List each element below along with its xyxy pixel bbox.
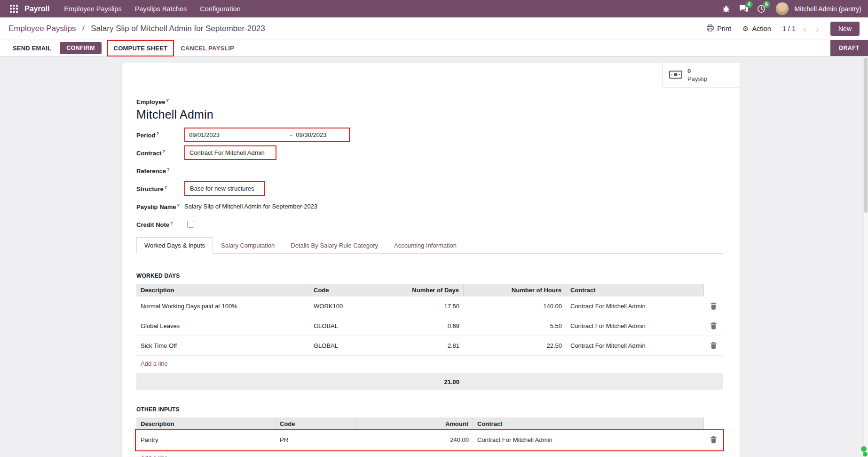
help-icon: ?: [167, 167, 170, 172]
tab-accounting-information[interactable]: Accounting Information: [386, 237, 465, 253]
column-header[interactable]: Amount: [355, 417, 473, 430]
employee-name-field[interactable]: Mitchell Admin: [136, 108, 723, 121]
gear-icon: ⚙: [742, 25, 749, 32]
activities-badge: 8: [763, 1, 770, 8]
help-icon: ?: [156, 131, 159, 136]
period-field: 09/01/2023 - 09/30/2023: [184, 128, 350, 142]
column-header[interactable]: Number of Days: [359, 284, 464, 297]
action-button[interactable]: ⚙ Action: [742, 25, 771, 32]
new-button[interactable]: New: [830, 22, 860, 36]
help-icon: ?: [165, 185, 167, 190]
worked-days-row[interactable]: Sick Time Off GLOBAL 2.81 22.50 Contract…: [136, 336, 723, 356]
column-header-empty: [704, 284, 723, 297]
delete-row-button[interactable]: [708, 321, 719, 331]
apps-grid-icon[interactable]: [7, 2, 21, 16]
payslip-name-label: Payslip Name?: [136, 203, 184, 210]
worked-days-title: WORKED DAYS: [136, 273, 723, 279]
delete-row-button[interactable]: [708, 434, 719, 445]
period-to-input[interactable]: 09/30/2023: [296, 131, 326, 138]
contract-field[interactable]: Contract For Mitchell Admin: [184, 145, 276, 160]
breadcrumb-parent[interactable]: Employee Payslips: [8, 24, 76, 33]
printer-icon: [707, 24, 714, 33]
menu-payslips-batches[interactable]: Payslips Batches: [129, 1, 193, 17]
other-inputs-add-line[interactable]: Add a line: [141, 454, 168, 457]
delete-row-button[interactable]: [708, 301, 719, 312]
breadcrumb-separator: /: [82, 24, 85, 33]
worked-days-add-line[interactable]: Add a line: [141, 360, 168, 367]
payslip-count-label: Payslip: [687, 75, 707, 83]
credit-note-checkbox[interactable]: [187, 221, 194, 228]
payslip-count: 0: [687, 67, 707, 75]
menu-employee-payslips[interactable]: Employee Payslips: [58, 1, 128, 17]
column-header[interactable]: Contract: [566, 284, 704, 297]
print-button[interactable]: Print: [707, 24, 731, 33]
pager-previous-icon[interactable]: ‹: [803, 24, 806, 33]
contract-label: Contract?: [136, 149, 184, 157]
money-icon: [669, 71, 682, 80]
control-panel: Employee Payslips / Salary Slip of Mitch…: [0, 17, 868, 40]
print-label: Print: [717, 25, 731, 32]
payslip-name-field[interactable]: Salary Slip of Mitchell Admin for Septem…: [184, 203, 317, 210]
payslip-stat-button[interactable]: 0 Payslip: [662, 63, 740, 88]
worked-days-header-row: Description Code Number of Days Number o…: [136, 284, 723, 297]
app-name[interactable]: Payroll: [24, 5, 49, 13]
worked-days-total-row: 21.00: [136, 373, 723, 390]
period-separator: -: [290, 131, 292, 138]
breadcrumb: Employee Payslips / Salary Slip of Mitch…: [8, 24, 265, 33]
column-header[interactable]: Contract: [473, 417, 704, 430]
status-badge-draft[interactable]: DRAFT: [830, 40, 868, 56]
user-menu[interactable]: Mitchell Admin (pantry): [795, 5, 861, 13]
column-header-empty: [704, 417, 723, 430]
user-avatar[interactable]: [776, 2, 789, 15]
action-label: Action: [752, 25, 771, 32]
structure-label: Structure?: [136, 185, 184, 192]
top-navbar: Payroll Employee Payslips Payslips Batch…: [0, 0, 868, 17]
compute-sheet-button[interactable]: COMPUTE SHEET: [113, 44, 169, 53]
payslip-form-sheet: 0 Payslip Employee? Mitchell Admin Perio…: [121, 63, 740, 457]
tab-salary-computation[interactable]: Salary Computation: [213, 237, 283, 253]
column-header[interactable]: Description: [136, 417, 276, 430]
reference-label: Reference?: [136, 167, 184, 175]
send-email-button[interactable]: SEND EMAIL: [12, 44, 52, 53]
tab-details-by-salary-rule-category[interactable]: Details By Salary Rule Category: [283, 237, 386, 253]
worked-days-row[interactable]: Global Leaves GLOBAL 0.69 5.50 Contract …: [136, 316, 723, 336]
menu-configuration[interactable]: Configuration: [194, 1, 246, 17]
help-icon: ?: [166, 98, 169, 103]
column-header[interactable]: Code: [276, 417, 355, 430]
credit-note-label: Credit Note?: [136, 221, 184, 228]
help-icon: ?: [177, 203, 180, 208]
tab-worked-days-inputs[interactable]: Worked Days & Inputs: [136, 237, 213, 254]
confirm-button[interactable]: CONFIRM: [60, 42, 101, 54]
activities-clock-icon[interactable]: 8: [756, 3, 767, 15]
debug-bug-icon[interactable]: [721, 3, 732, 15]
pager-next-icon[interactable]: ›: [816, 24, 819, 33]
period-from-input[interactable]: 09/01/2023: [189, 131, 290, 138]
other-inputs-row[interactable]: Pantry PR 240.00 Contract For Mitchell A…: [136, 430, 723, 450]
worked-days-section: WORKED DAYS Description Code Number of D…: [136, 273, 723, 390]
green-indicator-icon: [863, 452, 868, 457]
worked-days-total-days: 21.00: [359, 378, 464, 385]
pager-counter: 1 / 1: [782, 25, 796, 32]
breadcrumb-current: Salary Slip of Mitchell Admin for Septem…: [91, 24, 265, 33]
column-header[interactable]: Code: [309, 284, 359, 297]
delete-row-button[interactable]: [708, 340, 719, 351]
column-header[interactable]: Description: [136, 284, 309, 297]
other-inputs-header-row: Description Code Amount Contract: [136, 417, 723, 430]
other-inputs-title: OTHER INPUTS: [136, 406, 723, 413]
vertical-scrollbar[interactable]: [863, 56, 868, 457]
other-inputs-section: OTHER INPUTS Description Code Amount Con…: [136, 406, 723, 457]
main-menu: Employee Payslips Payslips Batches Confi…: [58, 1, 246, 17]
cancel-payslip-button[interactable]: CANCEL PAYSLIP: [180, 44, 235, 53]
navbar-systray: 4 8 Mitchell Admin (pantry): [721, 2, 861, 15]
form-statusbar: SEND EMAIL CONFIRM COMPUTE SHEET CANCEL …: [0, 40, 868, 56]
column-header[interactable]: Number of Hours: [464, 284, 566, 297]
messages-badge: 4: [746, 1, 753, 8]
period-label: Period?: [136, 131, 184, 139]
worked-days-row[interactable]: Normal Working Days paid at 100% WORK100…: [136, 297, 723, 316]
structure-field[interactable]: Base for new structures: [184, 181, 265, 196]
scrollbar-thumb[interactable]: [864, 57, 868, 213]
messages-icon[interactable]: 4: [738, 3, 750, 15]
green-indicator-icon: [861, 446, 867, 452]
main-content: 0 Payslip Employee? Mitchell Admin Perio…: [0, 56, 868, 457]
employee-label: Employee?: [136, 98, 723, 105]
